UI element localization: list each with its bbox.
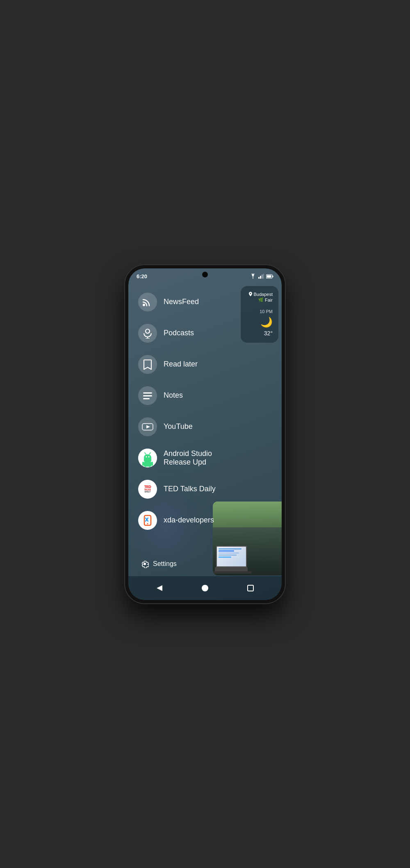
svg-rect-37 <box>248 585 253 591</box>
status-time: 6:20 <box>137 273 147 279</box>
bottom-nav <box>128 576 282 600</box>
newsfeed-icon-bg <box>138 293 157 311</box>
recents-square-icon <box>247 585 254 591</box>
youtube-label: YouTube <box>164 422 193 431</box>
menu-item-youtube[interactable]: YouTube <box>132 412 235 442</box>
nav-home-button[interactable] <box>196 579 214 597</box>
youtube-icon-bg <box>138 417 157 436</box>
svg-marker-35 <box>157 585 162 591</box>
back-arrow-icon <box>156 584 163 592</box>
camera-notch <box>202 272 208 277</box>
settings-label: Settings <box>153 560 177 568</box>
xda-icon-bg <box>138 511 157 530</box>
svg-rect-25 <box>144 462 151 467</box>
svg-rect-26 <box>142 462 144 466</box>
notes-icon-bg <box>138 386 157 405</box>
menu-item-android-studio[interactable]: Android Studio Release Upd <box>132 443 235 473</box>
rss-icon <box>142 298 153 307</box>
settings-gear-icon <box>141 560 149 568</box>
menu-item-xda[interactable]: xda-developers <box>132 505 235 536</box>
menu-panel: NewsFeed Podcasts <box>128 283 239 594</box>
nav-back-button[interactable] <box>150 579 169 597</box>
weather-condition: 🌿 Fair <box>246 298 273 302</box>
notes-label: Notes <box>164 391 183 400</box>
status-icons <box>250 274 273 279</box>
svg-rect-14 <box>143 398 150 399</box>
menu-item-newsfeed[interactable]: NewsFeed <box>132 287 235 317</box>
youtube-icon <box>142 423 153 431</box>
menu-item-ted-talks[interactable]: TED TALKS DAILY TED Talks Daily <box>132 474 235 504</box>
phone-frame: 6:20 <box>125 265 285 603</box>
bookmark-icon <box>143 359 152 370</box>
ted-icon-bg: TED TALKS DAILY <box>138 480 157 499</box>
wifi-icon <box>250 274 256 279</box>
newsfeed-label: NewsFeed <box>164 298 199 306</box>
android-studio-label: Android Studio Release Upd <box>164 449 229 467</box>
read-later-icon-bg <box>138 355 157 374</box>
svg-point-36 <box>202 585 208 591</box>
svg-rect-20 <box>144 457 151 462</box>
svg-point-34 <box>147 523 148 524</box>
weather-time-block: 10 PM 🌙 32° <box>246 307 273 337</box>
battery-icon <box>266 274 273 279</box>
svg-rect-4 <box>263 274 264 279</box>
weather-widget: Budapest 🌿 Fair 10 PM 🌙 32° <box>241 286 278 343</box>
podcasts-icon-bg <box>138 324 157 343</box>
menu-item-podcasts[interactable]: Podcasts <box>132 318 235 348</box>
nav-recents-button[interactable] <box>241 579 260 597</box>
xda-logo <box>140 513 155 528</box>
menu-item-read-later[interactable]: Read later <box>132 349 235 380</box>
podcasts-label: Podcasts <box>164 329 194 337</box>
svg-rect-3 <box>262 275 263 279</box>
podcast-icon <box>143 328 153 339</box>
leaf-icon: 🌿 <box>258 298 263 302</box>
home-circle-icon <box>201 584 209 592</box>
svg-rect-27 <box>151 462 153 466</box>
xda-label: xda-developers <box>164 516 214 524</box>
phone-screen: 6:20 <box>128 268 282 600</box>
svg-rect-12 <box>143 392 152 394</box>
android-icon <box>138 449 157 467</box>
moon-icon: 🌙 <box>246 316 273 328</box>
settings-item[interactable]: Settings <box>135 556 182 572</box>
weather-condition-text: Fair <box>265 298 273 302</box>
svg-point-8 <box>143 304 145 306</box>
svg-point-0 <box>253 278 253 279</box>
svg-point-21 <box>146 456 147 457</box>
location-pin-icon <box>249 292 252 296</box>
weather-temperature: 32° <box>264 330 273 337</box>
weather-location: Budapest <box>246 292 273 297</box>
notes-icon <box>142 391 153 400</box>
svg-rect-1 <box>258 277 260 279</box>
weather-time-label: 10 PM <box>260 309 273 314</box>
svg-rect-6 <box>267 275 271 277</box>
android-studio-icon-bg <box>138 449 157 467</box>
signal-icon <box>258 274 264 279</box>
svg-rect-2 <box>260 276 261 279</box>
menu-item-notes[interactable]: Notes <box>132 380 235 411</box>
weather-city: Budapest <box>254 292 273 297</box>
svg-point-22 <box>148 456 150 457</box>
svg-rect-13 <box>143 395 152 396</box>
svg-rect-7 <box>273 275 273 277</box>
read-later-label: Read later <box>164 360 198 369</box>
ted-talks-label: TED Talks Daily <box>164 485 216 493</box>
